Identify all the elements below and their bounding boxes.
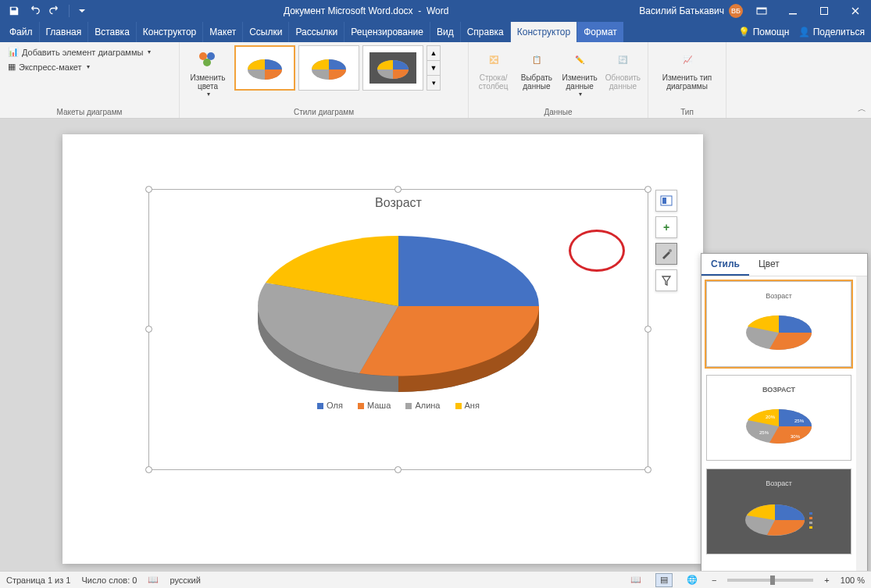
change-colors-icon [195, 47, 220, 72]
close-button[interactable] [840, 0, 871, 22]
chart-style-thumb-3[interactable] [362, 45, 423, 91]
select-data-icon: 📋 [524, 47, 549, 72]
ribbon: 📊 Добавить элемент диаграммы▾ ▦ Экспресс… [0, 42, 871, 119]
svg-rect-1 [757, 8, 766, 9]
svg-rect-3 [821, 8, 828, 15]
select-data-button[interactable]: 📋 Выбрать данные [516, 45, 556, 92]
view-read-button[interactable]: 📖 [627, 573, 644, 587]
chart-filters-button[interactable] [655, 269, 677, 291]
group-label-data: Данные [473, 106, 643, 116]
ribbon-tabs: Файл Главная Вставка Конструктор Макет С… [0, 22, 871, 42]
legend-item-0[interactable]: Оля [317, 401, 343, 410]
svg-point-6 [203, 59, 211, 66]
svg-rect-25 [809, 526, 812, 529]
style-pane-tab-color[interactable]: Цвет [749, 254, 789, 276]
svg-rect-23 [809, 517, 812, 519]
chart-plot-area[interactable] [234, 216, 562, 396]
quick-access-toolbar [0, 2, 93, 20]
layout-options-button[interactable] [655, 190, 677, 212]
chart-title[interactable]: Возраст [149, 190, 648, 216]
style-pane-tab-style[interactable]: Стиль [701, 254, 749, 276]
zoom-slider[interactable] [727, 579, 813, 582]
resize-handle-w[interactable] [145, 326, 152, 333]
zoom-in-button[interactable]: + [824, 576, 829, 585]
chart-elements-button[interactable]: + [655, 216, 677, 238]
style-pane-thumb-3[interactable]: Возраст [706, 469, 851, 554]
legend-item-1[interactable]: Маша [358, 401, 391, 410]
chart-styles-button[interactable] [655, 243, 677, 265]
window-title: Документ Microsoft Word.docx - Word [93, 5, 639, 16]
tab-chart-format[interactable]: Формат [577, 22, 623, 42]
group-label-layouts: Макеты диаграмм [5, 106, 174, 116]
chart-type-icon: 📈 [675, 47, 700, 72]
resize-handle-ne[interactable] [644, 186, 651, 193]
add-chart-element-button[interactable]: 📊 Добавить элемент диаграммы▾ [5, 45, 154, 59]
status-page[interactable]: Страница 1 из 1 [6, 576, 70, 585]
tab-file[interactable]: Файл [3, 22, 39, 42]
share-button[interactable]: 👤 Поделиться [798, 27, 865, 37]
status-proofing-icon[interactable]: 📖 [148, 575, 159, 585]
refresh-icon: 🔄 [610, 47, 635, 72]
legend-item-2[interactable]: Алина [405, 401, 440, 410]
status-word-count[interactable]: Число слов: 0 [81, 576, 137, 585]
chart-object[interactable]: Возраст Ол [148, 189, 648, 470]
user-name: Василий Батькавич [639, 5, 724, 16]
resize-handle-nw[interactable] [145, 186, 152, 193]
svg-rect-22 [809, 512, 812, 515]
change-chart-type-button[interactable]: 📈 Изменить тип диаграммы [653, 45, 721, 92]
tab-help[interactable]: Справка [460, 22, 510, 42]
switch-row-col-button: 🔀 Строка/ столбец [473, 45, 513, 92]
title-bar: Документ Microsoft Word.docx - Word Васи… [0, 0, 871, 22]
chart-float-buttons: + [655, 190, 677, 291]
zoom-out-button[interactable]: − [712, 576, 716, 585]
chart-style-thumb-1[interactable] [234, 45, 295, 91]
chart-style-thumb-2[interactable] [298, 45, 359, 91]
resize-handle-n[interactable] [394, 186, 402, 193]
user-area[interactable]: Василий Батькавич ВБ [639, 4, 746, 18]
switch-row-col-icon: 🔀 [481, 47, 506, 72]
style-gallery-more[interactable]: ▲▼▾ [427, 45, 441, 91]
maximize-button[interactable] [809, 0, 840, 22]
style-pane-thumb-2[interactable]: ВОЗРАСТ 25%30%25%20% [706, 375, 851, 461]
tab-layout[interactable]: Макет [202, 22, 242, 42]
minimize-button[interactable] [777, 0, 809, 22]
tab-design[interactable]: Конструктор [136, 22, 202, 42]
qat-customize-button[interactable] [73, 2, 91, 20]
chart-legend[interactable]: Оля Маша Алина Аня [149, 396, 648, 415]
status-language[interactable]: русский [170, 576, 200, 585]
resize-handle-se[interactable] [644, 466, 651, 473]
redo-button[interactable] [45, 2, 64, 20]
tab-insert[interactable]: Вставка [87, 22, 136, 42]
change-colors-button[interactable]: Изменить цвета▾ [184, 45, 231, 99]
edit-data-button[interactable]: ✏️ Изменить данные▾ [560, 45, 600, 99]
tab-home[interactable]: Главная [39, 22, 88, 42]
view-print-button[interactable]: ▤ [655, 573, 673, 587]
save-button[interactable] [5, 2, 23, 20]
resize-handle-sw[interactable] [145, 466, 152, 473]
tab-review[interactable]: Рецензирование [344, 22, 430, 42]
legend-item-3[interactable]: Аня [455, 401, 480, 410]
page[interactable]: Возраст Ол [62, 134, 703, 564]
style-pane-scrollbar[interactable] [856, 276, 867, 576]
ribbon-collapse-button[interactable]: ︿ [858, 103, 866, 115]
status-bar: Страница 1 из 1 Число слов: 0 📖 русский … [0, 571, 871, 588]
undo-button[interactable] [25, 2, 44, 20]
view-web-button[interactable]: 🌐 [684, 573, 701, 587]
tab-chart-design[interactable]: Конструктор [510, 22, 577, 42]
tab-mailings[interactable]: Рассылки [288, 22, 344, 42]
tab-references[interactable]: Ссылки [242, 22, 288, 42]
svg-rect-2 [789, 13, 797, 15]
svg-point-14 [669, 249, 672, 252]
quick-layout-button[interactable]: ▦ Экспресс-макет▾ [5, 60, 154, 73]
svg-text:20%: 20% [766, 415, 776, 419]
style-pane-thumb-1[interactable]: Возраст [706, 281, 851, 367]
resize-handle-e[interactable] [644, 326, 651, 333]
zoom-level[interactable]: 100 % [841, 576, 865, 585]
svg-rect-24 [809, 522, 812, 524]
resize-handle-s[interactable] [394, 466, 402, 473]
style-pane-body[interactable]: Возраст ВОЗРАСТ 25%30%25%20% Возраст [701, 276, 856, 576]
tab-view[interactable]: Вид [430, 22, 460, 42]
ribbon-options-button[interactable] [746, 0, 777, 22]
svg-text:25%: 25% [759, 430, 769, 435]
tell-me[interactable]: 💡 Помощн [738, 27, 789, 37]
